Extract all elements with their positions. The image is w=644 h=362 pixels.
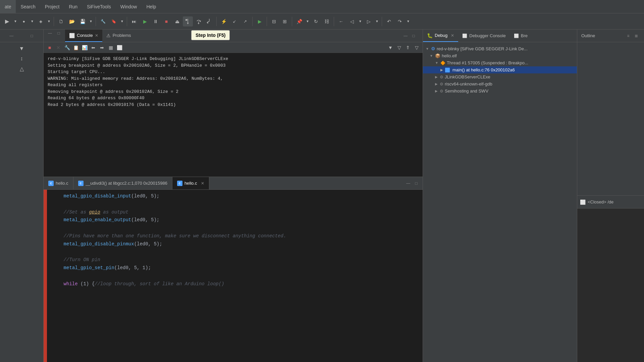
console-copy-btn[interactable]: 📋: [72, 44, 80, 52]
editor-tab-2-label: __udivdi3() at libgcc2.c:1,070 0x2001598…: [86, 181, 167, 186]
console-pane-maximize[interactable]: □: [55, 29, 62, 37]
code-area[interactable]: metal_gpio_disable_input(led0, 5); //Set…: [47, 190, 423, 362]
menu-item-run[interactable]: Run: [64, 0, 82, 13]
tab-debug[interactable]: 🐛 Debug ✕: [423, 29, 458, 42]
menu-item-search[interactable]: Search: [16, 0, 40, 13]
toolbar-profile-arrow[interactable]: ▼: [46, 16, 52, 26]
menu-item-help[interactable]: Help: [142, 0, 161, 13]
toolbar-sync[interactable]: ↻: [311, 16, 321, 26]
debug-gdb-label: riscv64-unknown-elf-gdb: [445, 81, 492, 86]
debug-tree-root[interactable]: ▼ ⚙ red-v-blinky [SiFive GDB SEGGER J-Li…: [423, 45, 577, 52]
console-maximize-btn[interactable]: □: [410, 32, 417, 40]
toolbar-sep-8: [334, 17, 334, 26]
editor-maximize-btn[interactable]: □: [413, 180, 420, 187]
toolbar-step-into[interactable]: [183, 16, 193, 26]
console-stats-btn[interactable]: 📊: [80, 44, 89, 52]
console-forward-btn[interactable]: ➡: [98, 44, 106, 52]
toolbar-instr-step-into[interactable]: ↙: [229, 16, 239, 26]
debug-tab-close[interactable]: ✕: [451, 33, 454, 38]
outline-icon-1[interactable]: ≡: [625, 32, 632, 40]
left-maximize-btn[interactable]: □: [28, 32, 36, 40]
console-bottom-btn[interactable]: ▽: [413, 44, 421, 52]
toolbar-back-arrow[interactable]: ▼: [358, 16, 363, 26]
console-collapse-btn[interactable]: ▼: [386, 44, 394, 52]
debug-tree-main[interactable]: ▶ main() at hello.c:76 0x200102a6: [423, 66, 577, 73]
toolbar-bookmark[interactable]: 🔖: [109, 16, 119, 26]
console-minimize-btn[interactable]: —: [402, 32, 409, 40]
toolbar-new-file[interactable]: 🗋: [56, 16, 66, 26]
debug-tree-semihosting[interactable]: ▶ ⚙ Semihosting and SWV: [423, 87, 577, 95]
console-expand-btn[interactable]: ▽: [395, 44, 403, 52]
left-panel-btn-2[interactable]: ↕: [0, 54, 43, 64]
toolbar-resume[interactable]: ▶: [140, 16, 150, 26]
toolbar-back-more[interactable]: ←: [336, 16, 346, 26]
toolbar-collapse[interactable]: ⊟: [269, 16, 279, 26]
toolbar-pin[interactable]: 📌: [294, 16, 304, 26]
breakpoints-label: Bre: [521, 33, 528, 38]
toolbar-sep-3: [127, 17, 127, 26]
menu-item-ate[interactable]: ate: [0, 0, 16, 13]
left-panel-btn-3[interactable]: △: [0, 64, 43, 74]
console-top-btn[interactable]: ⇑: [404, 44, 412, 52]
editor-tab-udivdi3[interactable]: c __udivdi3() at libgcc2.c:1,070 0x20015…: [73, 177, 172, 189]
toolbar-stop[interactable]: ■: [161, 16, 171, 26]
console-tab-close[interactable]: ✕: [95, 33, 98, 38]
toolbar-expand[interactable]: ⊞: [280, 16, 290, 26]
problems-tab-label: Problems: [113, 33, 131, 38]
toolbar-external-tools[interactable]: 🔧: [98, 16, 108, 26]
toolbar-link[interactable]: ⛓: [322, 16, 332, 26]
debug-tree-gdb[interactable]: ▶ ⚙ riscv64-unknown-elf-gdb: [423, 80, 577, 87]
toolbar-save[interactable]: 💾: [77, 16, 88, 26]
toolbar-pin-arrow[interactable]: ▼: [305, 16, 310, 26]
editor-tab-hello-c-2[interactable]: c hello.c ✕: [172, 177, 210, 189]
toolbar-debug-arrow[interactable]: ▼: [30, 16, 35, 26]
tab-console[interactable]: ⬜ Console ✕: [65, 29, 102, 42]
left-minimize-btn[interactable]: —: [8, 32, 15, 40]
debug-tree-jlink[interactable]: ▶ ⚙ JLinkGDBServerCLExe: [423, 73, 577, 80]
toolbar-forward[interactable]: ▷: [364, 16, 374, 26]
outline-icon-2[interactable]: ≣: [633, 32, 640, 40]
thread-icon: 🔶: [440, 61, 445, 65]
toolbar-profile-btn[interactable]: ◈: [36, 16, 46, 26]
toolbar-run-btn[interactable]: ▶: [2, 16, 12, 26]
debug-tree-elf[interactable]: ▼ 📦 hello.elf: [423, 52, 577, 59]
menu-item-sifivetools[interactable]: SiFiveTools: [82, 0, 116, 13]
left-panel-btn-1[interactable]: ▼: [0, 44, 43, 54]
tab-problems[interactable]: ⚠ Problems: [102, 29, 135, 42]
console-pane-minimize[interactable]: —: [46, 29, 54, 37]
main-frame-icon: [445, 68, 450, 72]
console-view-btn[interactable]: ▦: [107, 44, 115, 52]
tab-breakpoints[interactable]: ⬜ Bre: [510, 29, 532, 42]
toolbar-back[interactable]: ◁: [347, 16, 357, 26]
editor-tab-hello-c-1[interactable]: c hello.c: [44, 177, 73, 189]
toolbar-step-over[interactable]: [194, 16, 204, 26]
toolbar-suspend[interactable]: ⏸: [151, 16, 161, 26]
menu-item-project[interactable]: Project: [40, 0, 64, 13]
toolbar-sep-5: [252, 17, 253, 26]
toolbar-prev-edit[interactable]: ↶: [384, 16, 394, 26]
editor-minimize-btn[interactable]: —: [405, 180, 412, 187]
toolbar-debug-btn[interactable]: ●: [19, 16, 29, 26]
toolbar-disconnect[interactable]: ⏏: [172, 16, 182, 26]
toolbar-open-console[interactable]: ▶: [255, 16, 265, 26]
editor-tab-3-close[interactable]: ✕: [201, 181, 204, 186]
toolbar-step-return[interactable]: [204, 16, 214, 26]
toolbar-use-step-filters[interactable]: ⚡: [219, 16, 229, 26]
toolbar-instr-step-over[interactable]: ↗: [240, 16, 250, 26]
console-stop-btn[interactable]: ■: [46, 44, 54, 52]
toolbar-next-edit[interactable]: ↷: [395, 16, 405, 26]
tab-debugger-console[interactable]: ⬜ Debugger Console: [458, 29, 509, 42]
toolbar-run-arrow[interactable]: ▼: [13, 16, 18, 26]
console-back-btn[interactable]: ⬅: [89, 44, 97, 52]
debug-tree-thread[interactable]: ▼ 🔶 Thread #1 57005 (Suspended : Breakpo…: [423, 59, 577, 66]
toolbar-forward-arrow[interactable]: ▼: [374, 16, 380, 26]
toolbar-save-arrow[interactable]: ▼: [88, 16, 94, 26]
outline-tab-bar: Outline ≡ ≣: [577, 29, 644, 42]
toolbar-nav-arrow[interactable]: ▼: [406, 16, 411, 26]
debug-tree: ▼ ⚙ red-v-blinky [SiFive GDB SEGGER J-Li…: [423, 42, 577, 362]
toolbar-open-file[interactable]: 📂: [67, 16, 77, 26]
menu-item-window[interactable]: Window: [116, 0, 142, 13]
console-pin-btn[interactable]: ⬜: [115, 44, 123, 52]
toolbar-skip-all[interactable]: ⏭: [129, 16, 139, 26]
toolbar-external-arrow[interactable]: ▼: [119, 16, 125, 26]
